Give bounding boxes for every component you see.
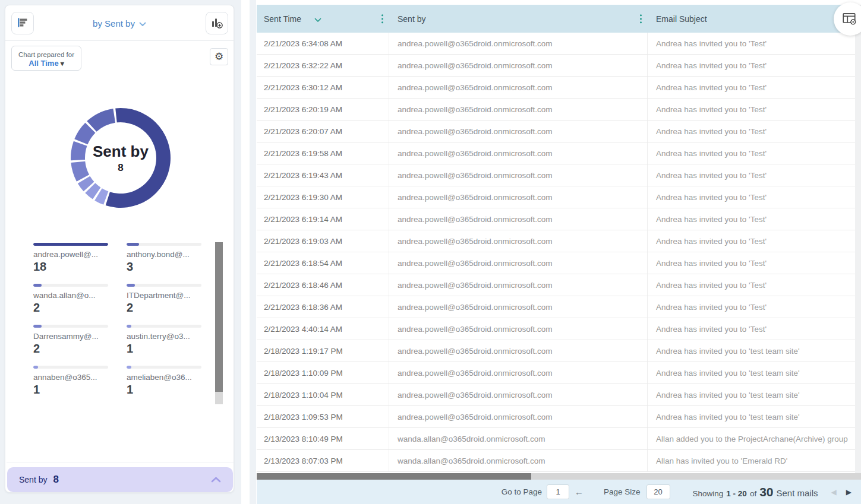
legend-value: 2 (127, 301, 201, 315)
legend-scrollbar (215, 242, 223, 404)
cell-sent-time: 2/21/2023 6:19:03 AM (257, 230, 389, 252)
legend-bar-track (127, 366, 201, 369)
legend-label: wanda.allan@o... (33, 291, 108, 300)
table-row[interactable]: 2/21/2023 6:19:14 AM andrea.powell@o365d… (257, 208, 855, 230)
chart-collapse-bar[interactable]: Sent by 8 (7, 467, 233, 492)
cell-sent-time: 2/21/2023 6:32:22 AM (257, 55, 389, 76)
cell-email-subject: Andrea has invited you to 'Test' (648, 296, 855, 318)
chart-groupby-dropdown[interactable]: by Sent by (41, 5, 198, 41)
legend-scrollbar-thumb[interactable] (215, 242, 223, 392)
table-vertical-scrollbar[interactable] (855, 5, 861, 473)
chevron-up-icon (211, 474, 221, 485)
cell-sent-time: 2/18/2023 1:10:04 PM (257, 384, 389, 405)
chart-type-button[interactable] (11, 12, 34, 34)
legend-label: Darrensammy@... (33, 332, 108, 341)
goto-page-input[interactable] (547, 484, 569, 499)
table-row[interactable]: 2/21/2023 6:34:08 AM andrea.powell@o365d… (257, 33, 855, 55)
table-row[interactable]: 2/13/2023 8:10:49 PM wanda.allan@o365dro… (257, 428, 855, 450)
cell-sent-time: 2/21/2023 6:18:46 AM (257, 274, 389, 296)
table-row[interactable]: 2/13/2023 8:07:03 PM wanda.allan@o365dro… (257, 450, 855, 472)
legend-item[interactable]: austin.terry@o3... 1 (127, 325, 201, 357)
legend-value: 2 (33, 301, 108, 315)
table-header: Sent Time Sent by Email Subject (257, 5, 861, 33)
table-row[interactable]: 2/21/2023 6:18:36 AM andrea.powell@o365d… (257, 296, 855, 318)
cell-email-subject: Andrea has invited you to 'Test' (648, 230, 855, 252)
chart-period-value: All Time (29, 59, 58, 68)
column-label: Sent Time (264, 14, 301, 24)
table-row[interactable]: 2/21/2023 6:18:46 AM andrea.powell@o365d… (257, 274, 855, 296)
cell-sent-by: andrea.powell@o365droid.onmicrosoft.com (389, 164, 648, 186)
add-chart-button[interactable] (206, 12, 228, 34)
chart-period-label: Chart prepared for (12, 51, 81, 58)
cell-sent-by: andrea.powell@o365droid.onmicrosoft.com (389, 318, 648, 340)
table-row[interactable]: 2/21/2023 6:18:54 AM andrea.powell@o365d… (257, 252, 855, 274)
page-size-input[interactable] (646, 484, 670, 499)
table-row[interactable]: 2/21/2023 6:30:12 AM andrea.powell@o365d… (257, 77, 855, 99)
collapse-bar-count: 8 (53, 474, 58, 486)
cell-email-subject: Andrea has invited you to 'Test' (648, 164, 855, 186)
table-row[interactable]: 2/21/2023 6:19:43 AM andrea.powell@o365d… (257, 164, 855, 186)
table-row[interactable]: 2/21/2023 6:32:22 AM andrea.powell@o365d… (257, 55, 855, 77)
chevron-down-icon (139, 18, 146, 28)
table-row[interactable]: 2/21/2023 6:19:03 AM andrea.powell@o365d… (257, 230, 855, 252)
donut-segment-3[interactable] (71, 141, 87, 161)
table-row[interactable]: 2/18/2023 1:09:53 PM andrea.powell@o365d… (257, 406, 855, 428)
table-body: 2/21/2023 6:34:08 AM andrea.powell@o365d… (257, 33, 855, 472)
table-row[interactable]: 2/18/2023 1:10:09 PM andrea.powell@o365d… (257, 362, 855, 384)
pagination-bar: Go to Page ← Page Size Showing 1 - 20 of… (257, 480, 861, 504)
column-header-sent-time[interactable]: Sent Time (257, 5, 389, 33)
table-row[interactable]: 2/21/2023 6:20:07 AM andrea.powell@o365d… (257, 121, 855, 142)
column-menu-icon[interactable] (639, 13, 644, 25)
legend-item[interactable]: anthony.bond@... 3 (127, 243, 201, 275)
cell-sent-by: andrea.powell@o365droid.onmicrosoft.com (389, 252, 648, 274)
cell-sent-time: 2/21/2023 6:19:58 AM (257, 142, 389, 164)
legend-grid: andrea.powell@... 18 anthony.bond@... 3 … (33, 243, 201, 398)
legend-item[interactable]: ITDepartment@... 2 (127, 284, 201, 316)
next-page-icon[interactable]: ▶ (846, 488, 851, 496)
legend-value: 1 (33, 383, 108, 397)
cell-sent-time: 2/21/2023 6:18:54 AM (257, 252, 389, 274)
cell-email-subject: Andrea has invited you to 'Test' (648, 274, 855, 296)
cell-email-subject: Allan added you to the ProjectArchane(Ar… (648, 428, 855, 449)
table-row[interactable]: 2/21/2023 6:19:30 AM andrea.powell@o365d… (257, 186, 855, 208)
donut-segment-1[interactable] (87, 109, 115, 132)
cell-sent-by: andrea.powell@o365droid.onmicrosoft.com (389, 296, 648, 318)
chart-settings-button[interactable]: ⚙ (210, 48, 228, 65)
table-row[interactable]: 2/21/2023 6:20:19 AM andrea.powell@o365d… (257, 99, 855, 121)
table-row[interactable]: 2/18/2023 1:10:04 PM andrea.powell@o365d… (257, 384, 855, 406)
column-header-sent-by[interactable]: Sent by (389, 5, 648, 33)
legend-item[interactable]: Darrensammy@... 2 (33, 325, 108, 357)
legend-item[interactable]: ameliaben@o36... 1 (127, 366, 201, 398)
cell-email-subject: Andrea has invited you to 'Test' (648, 121, 855, 142)
cell-email-subject: Allan has invited you to 'Emerald RD' (648, 450, 855, 471)
app-window: by Sent by (0, 0, 861, 504)
cell-sent-by: andrea.powell@o365droid.onmicrosoft.com (389, 99, 648, 120)
cell-sent-time: 2/13/2023 8:10:49 PM (257, 428, 389, 449)
cell-sent-time: 2/21/2023 6:18:36 AM (257, 296, 389, 318)
cell-sent-by: andrea.powell@o365droid.onmicrosoft.com (389, 142, 648, 164)
legend-item[interactable]: annaben@o365... 1 (33, 366, 108, 398)
table-row[interactable]: 2/21/2023 4:40:14 AM andrea.powell@o365d… (257, 318, 855, 340)
cell-sent-time: 2/21/2023 6:20:19 AM (257, 99, 389, 120)
legend-bar-track (33, 243, 108, 246)
cell-email-subject: Andrea has invited you to 'Test' (648, 55, 855, 76)
chart-period-dropdown[interactable]: Chart prepared for All Time▾ (11, 46, 81, 71)
column-menu-icon[interactable] (380, 13, 385, 25)
table-row[interactable]: 2/18/2023 1:19:17 PM andrea.powell@o365d… (257, 340, 855, 362)
horizontal-scrollbar-thumb[interactable] (257, 473, 531, 480)
column-header-email-subject[interactable]: Email Subject (648, 5, 861, 33)
column-label: Email Subject (656, 14, 707, 24)
legend-item[interactable]: andrea.powell@... 18 (33, 243, 108, 275)
table-row[interactable]: 2/21/2023 6:19:58 AM andrea.powell@o365d… (257, 142, 855, 164)
cell-email-subject: Andrea has invited you to 'Test' (648, 99, 855, 120)
cell-email-subject: Andrea has invited you to 'Test' (648, 318, 855, 340)
cell-email-subject: Andrea has invited you to 'test team sit… (648, 406, 855, 427)
goto-page-enter-icon[interactable]: ← (575, 487, 584, 497)
cell-sent-by: andrea.powell@o365droid.onmicrosoft.com (389, 186, 648, 208)
table-settings-icon (841, 11, 857, 28)
legend-item[interactable]: wanda.allan@o... 2 (33, 284, 108, 316)
legend-label: annaben@o365... (33, 373, 108, 382)
prev-page-icon[interactable]: ◀ (831, 488, 837, 496)
cell-sent-by: andrea.powell@o365droid.onmicrosoft.com (389, 406, 648, 427)
donut-segment-0[interactable] (106, 108, 171, 208)
